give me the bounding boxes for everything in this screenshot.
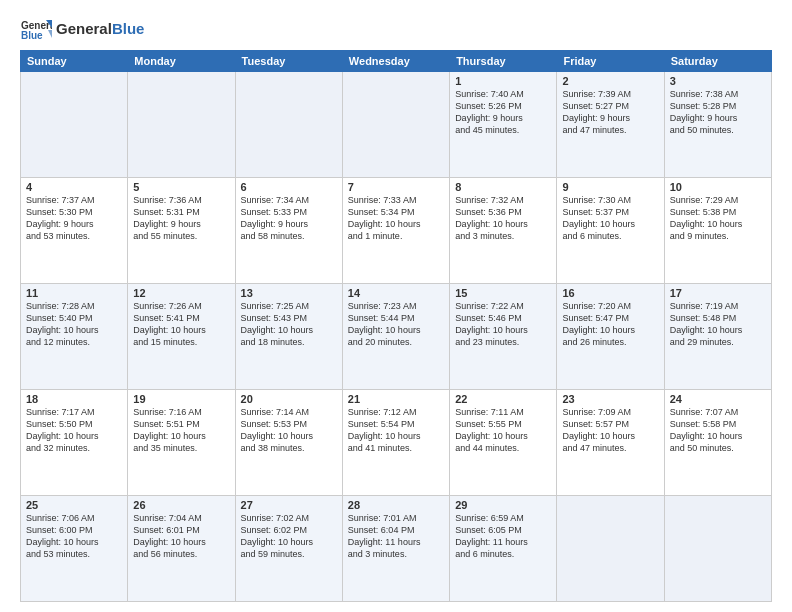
- day-info: Sunrise: 7:34 AM Sunset: 5:33 PM Dayligh…: [241, 194, 337, 243]
- day-number: 1: [455, 75, 551, 87]
- logo-icon: General Blue: [20, 16, 52, 42]
- day-info: Sunrise: 7:01 AM Sunset: 6:04 PM Dayligh…: [348, 512, 444, 561]
- calendar-cell: 26Sunrise: 7:04 AM Sunset: 6:01 PM Dayli…: [128, 496, 235, 602]
- week-row-3: 11Sunrise: 7:28 AM Sunset: 5:40 PM Dayli…: [21, 284, 772, 390]
- week-row-2: 4Sunrise: 7:37 AM Sunset: 5:30 PM Daylig…: [21, 178, 772, 284]
- day-info: Sunrise: 7:26 AM Sunset: 5:41 PM Dayligh…: [133, 300, 229, 349]
- day-number: 23: [562, 393, 658, 405]
- calendar-cell: 13Sunrise: 7:25 AM Sunset: 5:43 PM Dayli…: [235, 284, 342, 390]
- col-header-monday: Monday: [128, 51, 235, 72]
- day-number: 5: [133, 181, 229, 193]
- day-info: Sunrise: 7:25 AM Sunset: 5:43 PM Dayligh…: [241, 300, 337, 349]
- day-info: Sunrise: 7:22 AM Sunset: 5:46 PM Dayligh…: [455, 300, 551, 349]
- day-info: Sunrise: 7:04 AM Sunset: 6:01 PM Dayligh…: [133, 512, 229, 561]
- day-info: Sunrise: 7:12 AM Sunset: 5:54 PM Dayligh…: [348, 406, 444, 455]
- calendar-cell: [128, 72, 235, 178]
- week-row-5: 25Sunrise: 7:06 AM Sunset: 6:00 PM Dayli…: [21, 496, 772, 602]
- calendar-cell: 9Sunrise: 7:30 AM Sunset: 5:37 PM Daylig…: [557, 178, 664, 284]
- calendar-cell: 16Sunrise: 7:20 AM Sunset: 5:47 PM Dayli…: [557, 284, 664, 390]
- day-number: 21: [348, 393, 444, 405]
- calendar-cell: 14Sunrise: 7:23 AM Sunset: 5:44 PM Dayli…: [342, 284, 449, 390]
- week-row-4: 18Sunrise: 7:17 AM Sunset: 5:50 PM Dayli…: [21, 390, 772, 496]
- calendar-cell: 28Sunrise: 7:01 AM Sunset: 6:04 PM Dayli…: [342, 496, 449, 602]
- logo-text-block: GeneralBlue: [56, 20, 144, 38]
- day-info: Sunrise: 7:30 AM Sunset: 5:37 PM Dayligh…: [562, 194, 658, 243]
- day-number: 16: [562, 287, 658, 299]
- calendar-cell: 17Sunrise: 7:19 AM Sunset: 5:48 PM Dayli…: [664, 284, 771, 390]
- day-number: 26: [133, 499, 229, 511]
- day-number: 22: [455, 393, 551, 405]
- page: General Blue GeneralBlue SundayMondayTue…: [0, 0, 792, 612]
- day-number: 3: [670, 75, 766, 87]
- day-info: Sunrise: 7:14 AM Sunset: 5:53 PM Dayligh…: [241, 406, 337, 455]
- calendar-cell: 8Sunrise: 7:32 AM Sunset: 5:36 PM Daylig…: [450, 178, 557, 284]
- day-number: 19: [133, 393, 229, 405]
- day-number: 24: [670, 393, 766, 405]
- calendar-cell: 3Sunrise: 7:38 AM Sunset: 5:28 PM Daylig…: [664, 72, 771, 178]
- day-info: Sunrise: 7:38 AM Sunset: 5:28 PM Dayligh…: [670, 88, 766, 137]
- day-info: Sunrise: 6:59 AM Sunset: 6:05 PM Dayligh…: [455, 512, 551, 561]
- calendar-cell: 2Sunrise: 7:39 AM Sunset: 5:27 PM Daylig…: [557, 72, 664, 178]
- day-info: Sunrise: 7:23 AM Sunset: 5:44 PM Dayligh…: [348, 300, 444, 349]
- calendar-cell: 1Sunrise: 7:40 AM Sunset: 5:26 PM Daylig…: [450, 72, 557, 178]
- logo-blue: Blue: [112, 20, 145, 37]
- calendar-cell: 18Sunrise: 7:17 AM Sunset: 5:50 PM Dayli…: [21, 390, 128, 496]
- day-number: 4: [26, 181, 122, 193]
- day-info: Sunrise: 7:17 AM Sunset: 5:50 PM Dayligh…: [26, 406, 122, 455]
- day-info: Sunrise: 7:32 AM Sunset: 5:36 PM Dayligh…: [455, 194, 551, 243]
- day-number: 18: [26, 393, 122, 405]
- calendar-cell: 15Sunrise: 7:22 AM Sunset: 5:46 PM Dayli…: [450, 284, 557, 390]
- col-header-wednesday: Wednesday: [342, 51, 449, 72]
- day-number: 10: [670, 181, 766, 193]
- logo: General Blue GeneralBlue: [20, 16, 144, 42]
- day-number: 28: [348, 499, 444, 511]
- day-info: Sunrise: 7:33 AM Sunset: 5:34 PM Dayligh…: [348, 194, 444, 243]
- calendar-header-row: SundayMondayTuesdayWednesdayThursdayFrid…: [21, 51, 772, 72]
- day-info: Sunrise: 7:16 AM Sunset: 5:51 PM Dayligh…: [133, 406, 229, 455]
- calendar-cell: 21Sunrise: 7:12 AM Sunset: 5:54 PM Dayli…: [342, 390, 449, 496]
- col-header-saturday: Saturday: [664, 51, 771, 72]
- day-info: Sunrise: 7:19 AM Sunset: 5:48 PM Dayligh…: [670, 300, 766, 349]
- col-header-thursday: Thursday: [450, 51, 557, 72]
- day-info: Sunrise: 7:28 AM Sunset: 5:40 PM Dayligh…: [26, 300, 122, 349]
- day-number: 17: [670, 287, 766, 299]
- calendar-cell: [557, 496, 664, 602]
- col-header-sunday: Sunday: [21, 51, 128, 72]
- calendar-cell: 12Sunrise: 7:26 AM Sunset: 5:41 PM Dayli…: [128, 284, 235, 390]
- day-number: 25: [26, 499, 122, 511]
- calendar-cell: 4Sunrise: 7:37 AM Sunset: 5:30 PM Daylig…: [21, 178, 128, 284]
- calendar-cell: 6Sunrise: 7:34 AM Sunset: 5:33 PM Daylig…: [235, 178, 342, 284]
- calendar-cell: 23Sunrise: 7:09 AM Sunset: 5:57 PM Dayli…: [557, 390, 664, 496]
- day-info: Sunrise: 7:20 AM Sunset: 5:47 PM Dayligh…: [562, 300, 658, 349]
- calendar-cell: 24Sunrise: 7:07 AM Sunset: 5:58 PM Dayli…: [664, 390, 771, 496]
- calendar-cell: [235, 72, 342, 178]
- day-number: 15: [455, 287, 551, 299]
- day-number: 11: [26, 287, 122, 299]
- day-number: 9: [562, 181, 658, 193]
- logo-general: General: [56, 20, 112, 37]
- day-number: 13: [241, 287, 337, 299]
- header: General Blue GeneralBlue: [20, 16, 772, 42]
- day-info: Sunrise: 7:07 AM Sunset: 5:58 PM Dayligh…: [670, 406, 766, 455]
- day-info: Sunrise: 7:39 AM Sunset: 5:27 PM Dayligh…: [562, 88, 658, 137]
- day-info: Sunrise: 7:40 AM Sunset: 5:26 PM Dayligh…: [455, 88, 551, 137]
- day-number: 12: [133, 287, 229, 299]
- calendar-cell: 7Sunrise: 7:33 AM Sunset: 5:34 PM Daylig…: [342, 178, 449, 284]
- calendar-cell: 22Sunrise: 7:11 AM Sunset: 5:55 PM Dayli…: [450, 390, 557, 496]
- day-number: 14: [348, 287, 444, 299]
- col-header-friday: Friday: [557, 51, 664, 72]
- day-info: Sunrise: 7:06 AM Sunset: 6:00 PM Dayligh…: [26, 512, 122, 561]
- calendar: SundayMondayTuesdayWednesdayThursdayFrid…: [20, 50, 772, 602]
- calendar-cell: [664, 496, 771, 602]
- day-info: Sunrise: 7:09 AM Sunset: 5:57 PM Dayligh…: [562, 406, 658, 455]
- day-number: 8: [455, 181, 551, 193]
- calendar-cell: 5Sunrise: 7:36 AM Sunset: 5:31 PM Daylig…: [128, 178, 235, 284]
- calendar-cell: 20Sunrise: 7:14 AM Sunset: 5:53 PM Dayli…: [235, 390, 342, 496]
- day-info: Sunrise: 7:29 AM Sunset: 5:38 PM Dayligh…: [670, 194, 766, 243]
- calendar-cell: 11Sunrise: 7:28 AM Sunset: 5:40 PM Dayli…: [21, 284, 128, 390]
- calendar-cell: [342, 72, 449, 178]
- day-number: 20: [241, 393, 337, 405]
- calendar-cell: [21, 72, 128, 178]
- calendar-cell: 27Sunrise: 7:02 AM Sunset: 6:02 PM Dayli…: [235, 496, 342, 602]
- week-row-1: 1Sunrise: 7:40 AM Sunset: 5:26 PM Daylig…: [21, 72, 772, 178]
